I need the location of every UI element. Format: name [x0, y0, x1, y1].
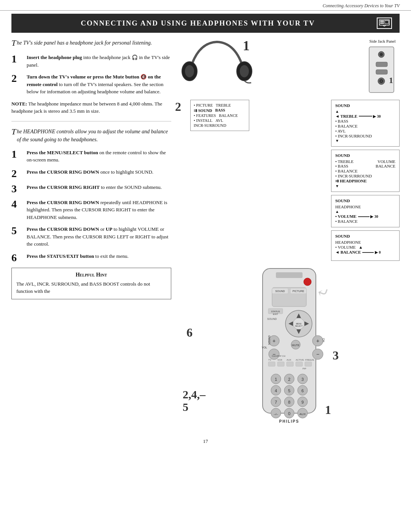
panel4-headphone-label: HEADPHONE [335, 240, 395, 244]
svg-text:ACTIVE: ACTIVE [296, 359, 304, 361]
side-jack-label: Side Jack Panel [365, 39, 400, 43]
step-bold-2b: Press the CURSOR RING DOWN [27, 169, 99, 175]
helpful-hint-title: Helpful Hint [16, 272, 166, 278]
svg-rect-2 [380, 22, 384, 24]
menu-col2-balance: BALANCE [219, 113, 238, 118]
panel3-arrow-up: ▲ [335, 209, 395, 214]
svg-text:−: − [316, 351, 319, 357]
svg-point-22 [304, 278, 311, 286]
step-4: 4 Press the CURSOR RING DOWN repeatedly … [11, 199, 171, 221]
step-6: 6 Press the STATUS/EXIT button to exit t… [11, 252, 171, 263]
intro-paragraph-2: T he HEADPHONE controls allow you to adj… [11, 128, 171, 144]
menu-col2-incr: INCR·SURROUND [194, 123, 226, 128]
panel4-title: SOUND [335, 234, 395, 238]
step-bold-6: Press the STATUS/EXIT button [27, 253, 94, 259]
step-content-5: Press the CURSOR RING DOWN or UP to high… [27, 225, 171, 248]
svg-text:2: 2 [288, 377, 290, 382]
svg-text:8: 8 [288, 400, 290, 404]
step-content-3: Press the CURSOR RING RIGHT to enter the… [27, 184, 162, 194]
svg-text:PICTURE: PICTURE [293, 290, 304, 292]
step-1-part2: 1 Press the MENU/SELECT button on the re… [11, 149, 171, 164]
screen-panel-2: SOUND • TREBLE VOLUME • BASS BALANCE • B… [331, 150, 400, 192]
svg-text:3: 3 [301, 377, 304, 382]
helpful-hint-box: Helpful Hint The AVL, INCR. SURROUND, an… [11, 268, 171, 299]
helpful-hint-text: The AVL, INCR. SURROUND, and BASS BOOST … [16, 280, 166, 295]
step-content-2b: Press the CURSOR RING DOWN once to highl… [27, 168, 153, 179]
step-2-part1: 2 Turn down the TV's volume or press the… [11, 73, 171, 96]
svg-point-9 [240, 65, 249, 77]
number-1-bottom: 1 [325, 403, 331, 417]
header-right-text: Connecting Accessory Devices to Your TV [323, 3, 400, 9]
svg-text:PIP: PIP [303, 367, 306, 370]
step-bold-4: Press the CURSOR RING DOWN [27, 200, 99, 205]
panel1-bass: • BASS [335, 119, 395, 123]
step-number-1a: 1 [11, 54, 22, 69]
panel1-title: SOUND [335, 103, 395, 108]
svg-text:1: 1 [389, 75, 393, 85]
note-label: NOTE: [11, 101, 27, 107]
menu-item-sound: ⇉ SOUND [194, 108, 212, 113]
side-jack-panel-area: Side Jack Panel 1 [365, 39, 400, 96]
menu-row-picture: • PICTURE TREBLE [194, 103, 246, 107]
drop-cap-1: T [11, 39, 16, 47]
svg-text:0: 0 [288, 411, 290, 416]
svg-text:+: + [316, 338, 319, 344]
step-1-part1: 1 Insert the headphone plug into the hea… [11, 54, 171, 69]
step-number-2b: 2 [11, 168, 22, 179]
headphone-svg: 1 [179, 39, 255, 85]
step-bold-1b: Press the MENU/SELECT button [27, 150, 98, 155]
panel1-arrow-down: ▼ [335, 139, 395, 143]
svg-point-13 [380, 53, 383, 56]
svg-text:4: 4 [275, 388, 277, 393]
panel1-avl: • AVL [335, 129, 395, 133]
panel2-arrow-down: ▼ [335, 184, 395, 188]
step-number-6: 6 [11, 252, 22, 263]
panel4-volume: • VOLUME [335, 245, 355, 249]
svg-text:SOUND: SOUND [275, 290, 285, 292]
svg-point-7 [185, 65, 194, 77]
step-number-5: 5 [11, 225, 22, 248]
title-bar: Connecting and Using Headphones with You… [11, 14, 400, 33]
right-column: 1 Side Jack Panel 1 [179, 39, 400, 425]
number-3: 3 [333, 348, 339, 363]
panel4-row1: • VOLUME ▲ [335, 245, 395, 249]
menu-item-install: • INSTALL [194, 118, 212, 123]
drop-cap-2: T [11, 128, 16, 136]
svg-text:1: 1 [243, 39, 250, 53]
step-number-3: 3 [11, 184, 22, 194]
title-icon [377, 18, 392, 29]
panel2-row1: • TREBLE VOLUME [335, 159, 395, 164]
svg-text:SELECT: SELECT [295, 325, 302, 327]
svg-rect-14 [376, 62, 387, 67]
note-box: NOTE: The headphone impedance must be be… [11, 100, 171, 115]
step-bold-3: Press the CURSOR RING RIGHT [27, 184, 100, 190]
svg-rect-1 [380, 21, 384, 22]
menu-row-incr: INCR·SURROUND [194, 123, 246, 128]
step-content-1b: Press the MENU/SELECT button on the remo… [27, 149, 171, 164]
panel2-row2: • BASS BALANCE [335, 164, 395, 168]
left-column: T he TV's side panel has a headphone jac… [11, 39, 171, 425]
step-content-4: Press the CURSOR RING DOWN repeatedly un… [27, 199, 171, 221]
menu-row-install: • INSTALL AVL [194, 118, 246, 123]
step-bold-2a: Turn down the TV's volume or press the M… [27, 74, 161, 87]
step-number-2a: 2 [11, 73, 22, 96]
panel4-arrow: ▲ [358, 245, 363, 249]
step-5: 5 Press the CURSOR RING DOWN or UP to hi… [11, 225, 171, 248]
svg-point-18 [381, 80, 382, 82]
svg-text:FREEZE: FREEZE [305, 359, 314, 361]
menu-item-features: • FEATURES [194, 113, 216, 118]
menu-col2-bass: BASS [215, 108, 225, 113]
step-content-2a: Turn down the TV's volume or press the M… [27, 73, 171, 96]
screen-panel-4: SOUND HEADPHONE • VOLUME ▲ ◄ BALANCE ▶ 0 [331, 230, 400, 261]
page-title: Connecting and Using Headphones with You… [19, 19, 377, 27]
svg-text:1: 1 [275, 377, 277, 382]
svg-text:SWAP: SWAP [272, 355, 278, 357]
panel3-balance: • BALANCE [335, 219, 395, 224]
svg-text:6: 6 [301, 388, 304, 393]
intro-paragraph-1: T he TV's side panel has a headphone jac… [11, 39, 171, 47]
intro-text-2: he HEADPHONE controls allow you to adjus… [17, 129, 168, 142]
step-bold-1a: Insert the headphone plug [27, 54, 82, 60]
panel1-treble: ◄ TREBLE ▶ 30 [335, 114, 395, 118]
menu-row-sound: ⇉ SOUND BASS [194, 108, 246, 113]
remote-section: 6 2,4,–5 1 3 SOUND PICTURE [179, 265, 400, 425]
